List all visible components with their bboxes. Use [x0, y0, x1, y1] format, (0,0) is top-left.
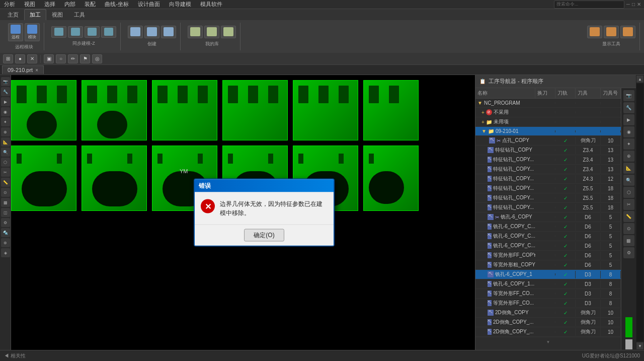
left-icon-3[interactable]: ▶ — [1, 97, 10, 106]
ribbon-btn-13[interactable] — [587, 26, 602, 38]
ribbon-btn-3[interactable] — [51, 26, 66, 38]
ribbon-btn-8[interactable] — [144, 26, 159, 38]
ribbon-tab-home[interactable]: 主页 — [2, 9, 24, 20]
sec-btn-4[interactable]: ▣ — [44, 54, 54, 63]
left-icon-18[interactable]: ◈ — [1, 248, 10, 257]
tree-row-chamfer3[interactable]: ⛏ 2D倒角_COPY_... ✓ 倒角刀 10 — [475, 327, 621, 337]
sec-btn-3[interactable]: ✕ — [27, 54, 37, 63]
menu-analysis[interactable]: 分析 — [3, 1, 16, 8]
left-icon-14[interactable]: ◫ — [1, 208, 10, 217]
left-icon-6[interactable]: ⊕ — [1, 127, 10, 136]
right-icon-6[interactable]: ⊕ — [623, 151, 634, 162]
right-icon-4[interactable]: ◉ — [623, 126, 634, 137]
tree-row-mill6-1[interactable]: ⛏ ✂ 铣孔-6_COPY ✓ D6 5 — [475, 212, 621, 222]
menu-view[interactable]: 视图 — [23, 1, 36, 8]
ribbon-tab-3[interactable]: 视图 — [46, 9, 68, 20]
right-icon-10[interactable]: ✂ — [623, 199, 634, 210]
ribbon-btn-14[interactable] — [604, 26, 619, 38]
right-icon-7[interactable]: 📐 — [623, 163, 634, 174]
right-icon-8[interactable]: 🔍 — [623, 175, 634, 186]
left-icon-13[interactable]: ▩ — [1, 198, 10, 207]
left-icon-16[interactable]: 🔩 — [1, 228, 10, 237]
tree-row-feat5[interactable]: ⛏ 特征钻孔_COPY... ✓ Z5.5 18 — [475, 184, 621, 193]
right-icon-3[interactable]: ▶ — [623, 114, 634, 125]
tree-row-unused[interactable]: + ⊘ 不采用 — [475, 108, 621, 117]
right-icon-9[interactable]: ⬡ — [623, 187, 634, 198]
tree-row-unused2[interactable]: + 📁 未用项 — [475, 117, 621, 127]
left-icon-11[interactable]: 📏 — [1, 178, 10, 187]
right-icon-2[interactable]: 🔧 — [623, 102, 634, 113]
right-icon-11[interactable]: 📏 — [623, 211, 634, 222]
file-tab[interactable]: 09-210.prt × — [2, 65, 44, 74]
left-icon-8[interactable]: 🔍 — [1, 148, 10, 157]
left-icon-9[interactable]: ⬡ — [1, 158, 10, 167]
tree-row-root[interactable]: ▼ NC_PROGRAM — [475, 99, 621, 108]
tree-row-chamfer1[interactable]: ⛏ 2D倒角_COPY ✓ 倒角刀 10 — [475, 308, 621, 318]
tree-row-cff2[interactable]: ⛏ 等宽外形FF_CO... ✓ D3 8 — [475, 289, 621, 299]
sec-btn-8[interactable]: ◎ — [92, 54, 102, 63]
sec-btn-7[interactable]: ⚑ — [80, 54, 90, 63]
menu-curve[interactable]: 曲线-坐标 — [104, 1, 130, 8]
tree-row-feat7[interactable]: ⛏ 特征钻孔_COPY... ✓ Z5.5 18 — [475, 203, 621, 212]
tree-row-dot-copy[interactable]: ⛏ ✂ 点孔_COPY ✓ 倒角刀 10 — [475, 136, 621, 146]
left-icon-5[interactable]: ✦ — [1, 117, 10, 126]
menu-internal[interactable]: 内部 — [63, 1, 76, 8]
left-icon-15[interactable]: ⚙ — [1, 218, 10, 227]
menu-select[interactable]: 选择 — [43, 1, 56, 8]
left-icon-12[interactable]: ⊙ — [1, 188, 10, 197]
far-scrollbar[interactable] — [636, 84, 643, 341]
tree-row-chamfer2[interactable]: ⛏ 2D倒角_COPY_... ✓ 倒角刀 10 — [475, 318, 621, 327]
search-input[interactable]: 搜索命令... — [554, 1, 624, 9]
left-icon-17[interactable]: ⊛ — [1, 238, 10, 247]
tree-row-mill6-2[interactable]: ⛏ 铣孔-6_COPY_C... ✓ D6 5 — [475, 222, 621, 232]
ribbon-btn-6[interactable] — [101, 26, 116, 38]
right-icon-1[interactable]: 📷 — [623, 90, 634, 101]
tree-row-mill3-1[interactable]: ⛏ 铣孔-6_COPY_1 ✓ D3 8 — [475, 270, 621, 279]
menu-mold[interactable]: 模具软件 — [199, 1, 223, 8]
right-icon-12[interactable]: ⊙ — [623, 223, 634, 234]
window-min-btn[interactable]: ─ — [626, 2, 630, 7]
tree-row-mill6-3[interactable]: ⛏ 铣孔-6_COPY_C... ✓ D6 5 — [475, 232, 621, 241]
left-icon-2[interactable]: 🔧 — [1, 87, 10, 96]
tree-row-cff3[interactable]: ⛏ 等宽外形FF_CO... ✓ D3 8 — [475, 299, 621, 308]
tree-row-mill6-4[interactable]: ⛏ 铣孔-6_COPY_C... ✓ D6 5 — [475, 241, 621, 251]
far-icon-2[interactable]: ▼ — [636, 342, 643, 349]
left-icon-1[interactable]: 📷 — [1, 77, 10, 86]
ribbon-btn-11[interactable] — [204, 26, 219, 38]
left-icon-10[interactable]: ✂ — [1, 168, 10, 177]
file-tab-close[interactable]: × — [35, 67, 38, 73]
ribbon-btn-12[interactable] — [221, 26, 236, 38]
ribbon-btn-9[interactable] — [161, 26, 176, 38]
menu-wizard[interactable]: 向导建模 — [168, 1, 192, 8]
far-icon-1[interactable]: ▲ — [636, 76, 643, 83]
tree-row-contour-rough[interactable]: ⛏ 等宽外形粗_COPY ✓ D6 5 — [475, 260, 621, 270]
ribbon-btn-10[interactable] — [188, 26, 203, 38]
ribbon-btn-7[interactable] — [128, 26, 143, 38]
tree-row-contour-ff1[interactable]: ⛏ 等宽外形FF_COPY ✓ D6 5 — [475, 251, 621, 260]
dialog-ok-button[interactable]: 确定(O) — [244, 229, 284, 242]
tree-row-feat2[interactable]: ⛏ 特征钻孔_COPY... ✓ Z3.4 13 — [475, 155, 621, 165]
tree-row-prog[interactable]: ▼ 📁 09-210-01 — [475, 127, 621, 136]
right-icon-13[interactable]: ▩ — [623, 235, 634, 246]
tree-area[interactable]: 名称 换刀 刀轨 刀具 刀具号 ▼ NC_PROGRAM — [475, 88, 621, 350]
left-icon-7[interactable]: 📐 — [1, 137, 10, 147]
sec-btn-6[interactable]: ✏ — [68, 54, 78, 63]
left-icon-4[interactable]: ◉ — [1, 107, 10, 116]
ribbon-btn-15[interactable] — [620, 26, 635, 38]
window-max-btn[interactable]: □ — [632, 2, 635, 7]
right-icon-14[interactable]: ⚙ — [623, 247, 634, 258]
tree-row-feat4[interactable]: ⛏ 特征钻孔_COPY... ✓ Z4.3 12 — [475, 174, 621, 184]
sec-btn-2[interactable]: ● — [15, 54, 25, 63]
window-close-btn[interactable]: ✕ — [637, 2, 641, 7]
sec-btn-5[interactable]: ○ — [56, 54, 66, 63]
right-icon-5[interactable]: ✦ — [623, 138, 634, 150]
sec-btn-1[interactable]: ⊞ — [3, 54, 13, 63]
ribbon-btn-5[interactable] — [85, 26, 100, 38]
ribbon-tab-4[interactable]: 工具 — [68, 9, 91, 20]
ribbon-btn-1[interactable]: 远程 — [8, 23, 23, 41]
ribbon-tab-active[interactable]: 加工 — [24, 9, 46, 20]
tree-row-mill3-2[interactable]: ⛏ 铣孔-6_COPY_1... ✓ D3 8 — [475, 279, 621, 289]
tree-row-feat6[interactable]: ⛏ 特征钻孔_COPY... ✓ Z5.5 18 — [475, 193, 621, 203]
menu-design[interactable]: 设计曲面 — [137, 1, 161, 8]
tree-row-feat1[interactable]: ⛏ 特征钻孔_COPY ✓ Z3.4 13 — [475, 146, 621, 155]
